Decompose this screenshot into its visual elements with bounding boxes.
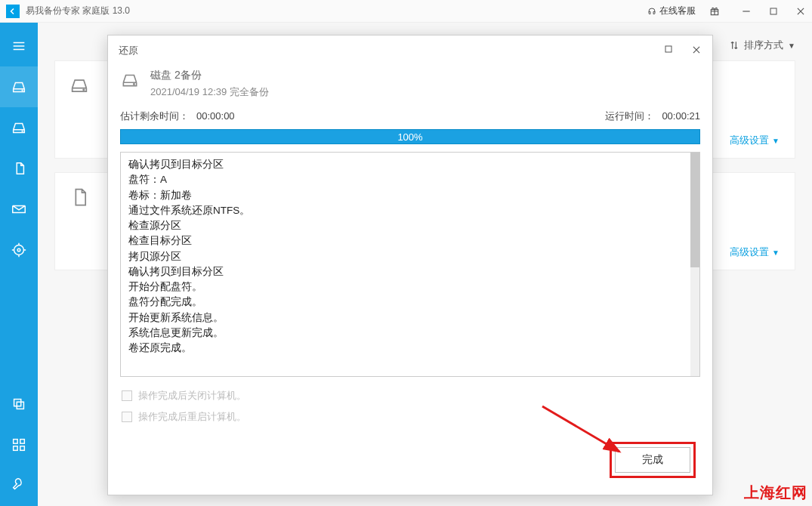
svg-rect-2 <box>770 8 776 14</box>
dialog-maximize-button[interactable] <box>664 45 673 57</box>
svg-point-13 <box>83 89 84 90</box>
file-icon <box>69 187 90 208</box>
svg-rect-8 <box>17 402 23 409</box>
dialog-titlebar: 还原 <box>108 35 712 66</box>
disk-icon <box>69 75 90 96</box>
online-support-link[interactable]: 在线客服 <box>647 5 696 17</box>
time-row: 估计剩余时间：00:00:00 运行时间：00:00:21 <box>120 110 700 123</box>
sidebar-item-settings[interactable] <box>0 465 38 506</box>
log-line: 卷标：新加卷 <box>128 188 692 203</box>
log-line: 盘符：A <box>128 172 692 187</box>
log-line: 卷还原完成。 <box>128 341 692 356</box>
app-title: 易我备份专家 家庭版 13.0 <box>26 5 130 17</box>
gift-icon[interactable] <box>709 6 720 17</box>
sidebar-item-clone[interactable] <box>0 384 38 424</box>
log-line: 拷贝源分区 <box>128 249 692 264</box>
restore-dialog: 还原 磁盘 2备份 2021/04/19 12:39 完全备份 估计剩余时间：0… <box>107 35 713 495</box>
shutdown-option-label: 操作完成后关闭计算机。 <box>138 389 246 403</box>
svg-rect-12 <box>20 446 25 451</box>
dialog-header: 磁盘 2备份 2021/04/19 12:39 完全备份 <box>108 66 712 110</box>
sidebar-item-target[interactable] <box>0 230 38 270</box>
chevron-down-icon: ▼ <box>772 137 780 145</box>
finish-button[interactable]: 完成 <box>615 447 690 473</box>
sort-button[interactable]: 排序方式 ▼ <box>729 39 795 52</box>
checkbox[interactable] <box>122 390 132 401</box>
log-line: 确认拷贝到目标分区 <box>128 264 692 279</box>
log-line: 系统信息更新完成。 <box>128 326 692 341</box>
finish-button-highlight: 完成 <box>610 442 696 478</box>
log-line: 盘符分配完成。 <box>128 295 692 310</box>
svg-rect-7 <box>14 400 21 406</box>
chevron-down-icon: ▼ <box>772 248 780 257</box>
run-time-value: 00:00:21 <box>662 110 700 122</box>
svg-point-3 <box>22 90 23 91</box>
est-time-label: 估计剩余时间： <box>120 110 189 122</box>
progress-bar: 100% <box>120 129 700 144</box>
headset-icon <box>647 7 656 16</box>
svg-point-15 <box>134 84 134 85</box>
dialog-title: 还原 <box>119 44 138 57</box>
checkbox[interactable] <box>122 412 132 422</box>
minimize-button[interactable] <box>741 6 752 17</box>
svg-point-6 <box>17 248 20 251</box>
restart-option[interactable]: 操作完成后重启计算机。 <box>122 410 699 424</box>
watermark: 上海红网 <box>744 483 807 503</box>
log-line: 检查目标分区 <box>128 233 692 248</box>
sidebar <box>0 23 38 506</box>
sidebar-item-tools[interactable] <box>0 424 38 465</box>
log-line: 检查源分区 <box>128 218 692 233</box>
svg-point-4 <box>22 131 23 131</box>
restart-option-label: 操作完成后重启计算机。 <box>138 410 246 424</box>
backup-name: 磁盘 2备份 <box>150 69 269 82</box>
sort-label: 排序方式 <box>744 39 783 52</box>
sidebar-item-file[interactable] <box>0 148 38 189</box>
advanced-settings-link[interactable]: 高级设置▼ <box>730 245 780 259</box>
est-time-value: 00:00:00 <box>196 110 235 122</box>
progress-text: 100% <box>397 131 422 143</box>
chevron-down-icon: ▼ <box>788 42 795 50</box>
scrollbar-thumb[interactable] <box>690 153 699 267</box>
sidebar-menu-button[interactable] <box>0 26 38 66</box>
disk-icon <box>120 70 140 90</box>
dialog-close-button[interactable] <box>691 45 702 57</box>
svg-point-5 <box>14 245 24 255</box>
log-output: 确认拷贝到目标分区盘符：A卷标：新加卷通过文件系统还原NTFS。检查源分区检查目… <box>120 152 700 377</box>
svg-rect-9 <box>14 440 18 444</box>
maximize-button[interactable] <box>768 6 779 17</box>
log-line: 通过文件系统还原NTFS。 <box>128 203 692 218</box>
svg-rect-14 <box>665 46 672 52</box>
sidebar-item-system[interactable] <box>0 107 38 148</box>
sidebar-item-disk[interactable] <box>0 66 38 107</box>
advanced-settings-link[interactable]: 高级设置▼ <box>730 134 780 147</box>
app-logo-icon <box>6 5 20 18</box>
shutdown-option[interactable]: 操作完成后关闭计算机。 <box>122 389 699 403</box>
run-time-label: 运行时间： <box>605 110 654 122</box>
log-line: 确认拷贝到目标分区 <box>128 157 692 172</box>
backup-subtitle: 2021/04/19 12:39 完全备份 <box>150 85 269 99</box>
sort-icon <box>729 40 739 51</box>
close-button[interactable] <box>795 6 806 17</box>
svg-rect-10 <box>20 440 25 444</box>
log-line: 开始分配盘符。 <box>128 279 692 295</box>
svg-rect-11 <box>14 446 18 451</box>
titlebar: 易我备份专家 家庭版 13.0 在线客服 <box>0 0 812 23</box>
online-support-label: 在线客服 <box>659 5 696 17</box>
sidebar-item-mail[interactable] <box>0 189 38 230</box>
log-line: 开始更新系统信息。 <box>128 310 692 326</box>
